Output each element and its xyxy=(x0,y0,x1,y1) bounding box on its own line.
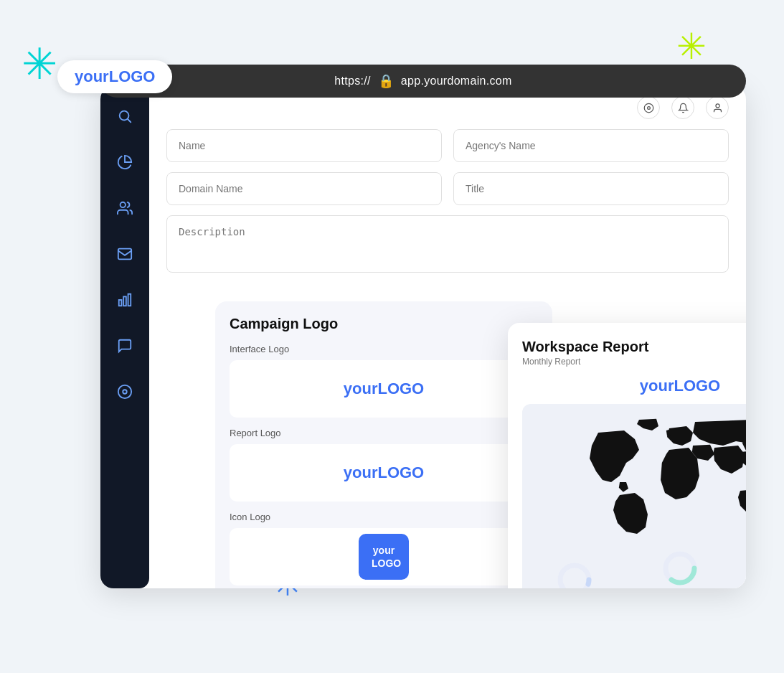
sidebar xyxy=(100,86,149,588)
sidebar-item-mail[interactable] xyxy=(112,241,138,267)
workspace-logo: yourLOGO xyxy=(522,377,746,395)
interface-logo-label: Interface Logo xyxy=(230,344,538,354)
browser-url: app.yourdomain.com xyxy=(401,75,512,88)
icon-btn-line1: your xyxy=(372,544,396,557)
svg-point-9 xyxy=(644,103,653,113)
report-logo-text: LOGO xyxy=(377,463,424,482)
domain-name-input[interactable] xyxy=(166,172,442,205)
report-logo-label: Report Logo xyxy=(230,428,538,438)
sidebar-item-chat[interactable] xyxy=(112,333,138,359)
logo-your: your xyxy=(75,67,109,85)
sidebar-item-search[interactable] xyxy=(112,103,138,129)
main-browser-window: Campaign Logo Interface Logo yourLOGO Re… xyxy=(100,86,746,588)
content-area: Campaign Logo Interface Logo yourLOGO Re… xyxy=(149,86,746,588)
icon-btn-line2: LOGO xyxy=(372,557,396,570)
sidebar-item-users[interactable] xyxy=(112,195,138,221)
icon-logo-button[interactable]: your LOGO xyxy=(359,534,409,580)
svg-point-11 xyxy=(716,103,719,107)
svg-point-8 xyxy=(123,390,127,394)
svg-point-10 xyxy=(647,106,650,109)
lock-icon: 🔒 xyxy=(378,73,394,89)
sidebar-item-analytics[interactable] xyxy=(112,287,138,313)
svg-point-2 xyxy=(121,202,126,207)
world-map xyxy=(534,415,746,539)
report-inner-card: View Report xyxy=(522,404,746,588)
description-textarea[interactable] xyxy=(166,215,729,273)
notifications-icon-btn[interactable] xyxy=(671,96,694,119)
profile-icon-btn[interactable] xyxy=(706,96,729,119)
workspace-title: Workspace Report xyxy=(522,339,746,355)
donut-1 xyxy=(555,560,594,588)
interface-logo-your: your xyxy=(344,380,378,398)
donut-2: View Report xyxy=(642,549,717,588)
svg-rect-5 xyxy=(123,296,126,306)
svg-point-7 xyxy=(118,385,131,398)
svg-rect-3 xyxy=(118,249,131,260)
interface-logo-text: LOGO xyxy=(377,380,424,398)
form-row-3 xyxy=(166,215,729,273)
workspace-subtitle: Monthly Report xyxy=(522,357,746,367)
form-row-2 xyxy=(166,172,729,205)
brand-logo: yourLOGO xyxy=(57,60,172,93)
form-row-1 xyxy=(166,129,729,162)
title-input[interactable] xyxy=(453,172,729,205)
settings-icon-btn[interactable] xyxy=(637,96,660,119)
workspace-logo-text: LOGO xyxy=(674,377,720,395)
workspace-logo-your: your xyxy=(640,377,674,395)
icon-logo-box: your LOGO xyxy=(230,528,538,585)
icon-logo-label: Icon Logo xyxy=(230,512,538,522)
report-logo-your: your xyxy=(344,463,378,482)
sidebar-item-location[interactable] xyxy=(112,379,138,405)
logo-text: LOGO xyxy=(109,67,156,85)
name-input[interactable] xyxy=(166,129,442,162)
svg-rect-4 xyxy=(119,300,122,306)
interface-logo-box: yourLOGO xyxy=(230,360,538,418)
campaign-logo-title: Campaign Logo xyxy=(230,316,538,332)
svg-point-0 xyxy=(120,111,129,121)
svg-rect-6 xyxy=(128,294,131,306)
browser-address-bar: https:// 🔒 app.yourdomain.com xyxy=(100,65,746,98)
svg-point-12 xyxy=(560,565,589,588)
green-star-decoration: ✳ xyxy=(676,29,712,65)
svg-line-1 xyxy=(128,119,131,122)
browser-protocol: https:// xyxy=(334,75,370,88)
sidebar-item-chart[interactable] xyxy=(112,149,138,175)
campaign-logo-card: Campaign Logo Interface Logo yourLOGO Re… xyxy=(215,301,552,588)
agency-name-input[interactable] xyxy=(453,129,729,162)
workspace-report-card: Workspace Report Monthly Report yourLOGO xyxy=(508,323,746,588)
form-area xyxy=(149,119,746,297)
report-logo-box: yourLOGO xyxy=(230,444,538,502)
donuts-row: View Report xyxy=(534,549,746,588)
